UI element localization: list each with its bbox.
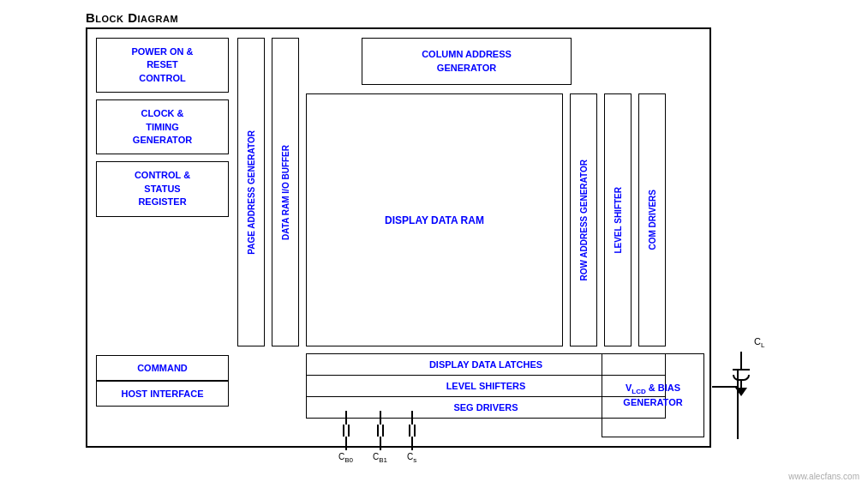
cs-label: Cs xyxy=(407,452,416,464)
cb0-capacitor: CB0 xyxy=(338,411,353,464)
cl-label: CL xyxy=(754,336,764,349)
left-column: POWER ON &RESETCONTROL CLOCK &TIMINGGENE… xyxy=(96,38,229,217)
host-interface-box: HOST INTERFACE xyxy=(96,381,229,407)
row-address-label: ROW ADDRESS GENERATOR xyxy=(579,160,589,281)
cb1-label: CB1 xyxy=(373,452,387,464)
cb1-wire-bot xyxy=(380,437,381,450)
cb1-capacitor: CB1 xyxy=(373,411,387,464)
com-drivers-label: COM DRIVERS xyxy=(648,190,657,250)
cb0-plate1 xyxy=(343,425,344,437)
cl-wire-top xyxy=(740,352,742,369)
cs-wire-bot xyxy=(411,437,413,450)
command-host-section: COMMAND HOST INTERFACE xyxy=(96,355,229,407)
page-address-label: PAGE ADDRESS GENERATOR xyxy=(247,130,256,255)
vlcd-text: VLCD & BIASGENERATOR xyxy=(623,382,682,410)
com-drivers-strip: COM DRIVERS xyxy=(638,93,666,346)
watermark: www.alecfans.com xyxy=(788,472,859,481)
cb1-plate1 xyxy=(377,425,379,437)
vlcd-bias-box: VLCD & BIASGENERATOR xyxy=(602,353,704,437)
column-address-box: COLUMN ADDRESSGENERATOR xyxy=(362,38,572,85)
command-box: COMMAND xyxy=(96,355,229,381)
cs-capacitor: Cs xyxy=(407,411,416,464)
cb1-plate2 xyxy=(382,425,384,437)
cb0-wire-top xyxy=(345,411,347,425)
data-ram-io-label: DATA RAM I/O BUFFER xyxy=(281,145,290,240)
cb1-plates xyxy=(377,425,384,437)
cl-wire-bot xyxy=(740,381,742,388)
control-status-box: CONTROL &STATUSREGISTER xyxy=(96,161,229,216)
cs-plates xyxy=(409,425,416,437)
level-shifter-label: LEVEL SHIFTER xyxy=(614,187,623,254)
cb0-label: CB0 xyxy=(338,452,353,464)
level-shifter-strip: LEVEL SHIFTER xyxy=(604,93,632,346)
page-title: Block Diagram xyxy=(86,10,178,25)
page-address-strip: PAGE ADDRESS GENERATOR xyxy=(237,38,265,346)
cs-plate2 xyxy=(414,425,416,437)
cb0-plate2 xyxy=(348,425,350,437)
cb0-wire-bot xyxy=(345,437,347,450)
cs-plate1 xyxy=(409,425,410,437)
power-on-box: POWER ON &RESETCONTROL xyxy=(96,38,229,93)
cl-capacitor: CL xyxy=(733,352,750,396)
display-data-ram-box: DISPLAY DATA RAM xyxy=(306,93,563,346)
cb1-wire-top xyxy=(380,411,381,425)
cl-arrow xyxy=(735,388,747,396)
main-block-diagram: POWER ON &RESETCONTROL CLOCK &TIMINGGENE… xyxy=(86,27,711,448)
cb0-plates xyxy=(343,425,350,437)
row-address-strip: ROW ADDRESS GENERATOR xyxy=(570,93,597,346)
cs-wire-top xyxy=(411,411,413,425)
cl-plate2 xyxy=(733,375,750,381)
clock-timing-box: CLOCK &TIMINGGENERATOR xyxy=(96,99,229,154)
page: Block Diagram POWER ON &RESETCONTROL CLO… xyxy=(0,0,868,488)
data-ram-io-strip: DATA RAM I/O BUFFER xyxy=(272,38,299,346)
